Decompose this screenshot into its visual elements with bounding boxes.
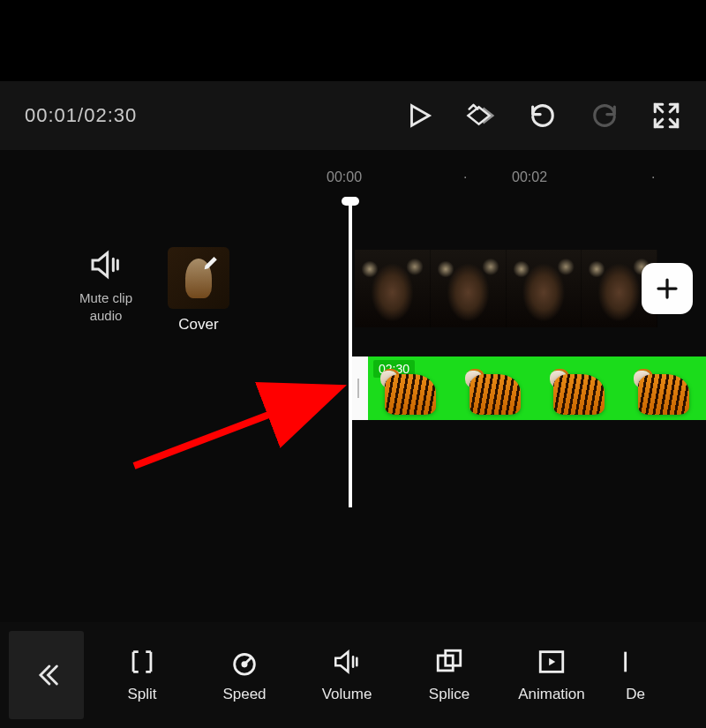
ruler-tick: 00:00 [327, 169, 362, 185]
tool-label: Animation [518, 686, 585, 703]
cover-label: Cover [178, 316, 218, 334]
control-buttons [404, 101, 681, 131]
clip-frame [507, 250, 582, 327]
tool-label: Volume [322, 686, 372, 703]
add-clip-button[interactable] [642, 263, 693, 314]
clip-frame [621, 356, 706, 420]
cover-thumbnail [168, 247, 229, 309]
svg-point-2 [243, 663, 246, 666]
tool-label: De [626, 686, 645, 703]
play-button[interactable] [404, 101, 434, 131]
preview-area [0, 0, 706, 81]
overlay-track[interactable]: 02:30 [349, 356, 706, 420]
bottom-toolbar: Split Speed Volume Splice Animation De [0, 622, 706, 728]
split-tool[interactable]: Split [101, 647, 183, 703]
speed-icon [229, 647, 259, 677]
ruler-dot: · [651, 169, 655, 185]
clip-frame [368, 356, 453, 420]
undo-button[interactable] [528, 101, 558, 131]
ruler-tick: 00:02 [512, 169, 547, 185]
tool-label: Split [127, 686, 156, 703]
tool-label: Speed [222, 686, 266, 703]
clip-frame [453, 356, 537, 420]
annotation-arrow [124, 371, 353, 477]
clip-frame [355, 250, 431, 327]
time-display: 00:01/02:30 [25, 104, 137, 127]
main-video-track[interactable] [355, 250, 657, 327]
animation-tool[interactable]: Animation [511, 647, 592, 703]
fullscreen-button[interactable] [651, 101, 681, 131]
split-icon [127, 647, 157, 677]
playhead[interactable] [349, 199, 352, 507]
delete-tool[interactable]: De [613, 647, 657, 703]
mute-clip-audio-button[interactable]: Mute clip audio [79, 247, 132, 324]
timeline-side-controls: Mute clip audio Cover [79, 247, 229, 334]
cover-button[interactable]: Cover [168, 247, 229, 334]
speaker-icon [88, 247, 124, 282]
timeline-area[interactable]: 00:00 · 00:02 · Mute clip audio Cover [0, 150, 706, 622]
mute-label: Mute clip audio [79, 289, 132, 324]
back-button[interactable] [9, 631, 84, 719]
overlay-clip[interactable]: 02:30 [368, 356, 706, 420]
timeline-ruler[interactable]: 00:00 · 00:02 · [0, 169, 706, 196]
volume-icon [332, 647, 362, 677]
redo-button[interactable] [590, 101, 620, 131]
animation-icon [537, 647, 567, 677]
add-keyframe-button[interactable] [466, 101, 496, 131]
clip-frame [431, 250, 507, 327]
playback-control-bar: 00:01/02:30 [0, 81, 706, 150]
clip-frame [537, 356, 622, 420]
delete-icon [620, 647, 650, 677]
speed-tool[interactable]: Speed [204, 647, 285, 703]
tool-label: Splice [429, 686, 469, 703]
volume-tool[interactable]: Volume [306, 647, 387, 703]
ruler-dot: · [463, 169, 467, 185]
tools-row: Split Speed Volume Splice Animation De [84, 647, 706, 703]
svg-line-0 [134, 390, 334, 466]
splice-icon [434, 647, 464, 677]
splice-tool[interactable]: Splice [409, 647, 490, 703]
